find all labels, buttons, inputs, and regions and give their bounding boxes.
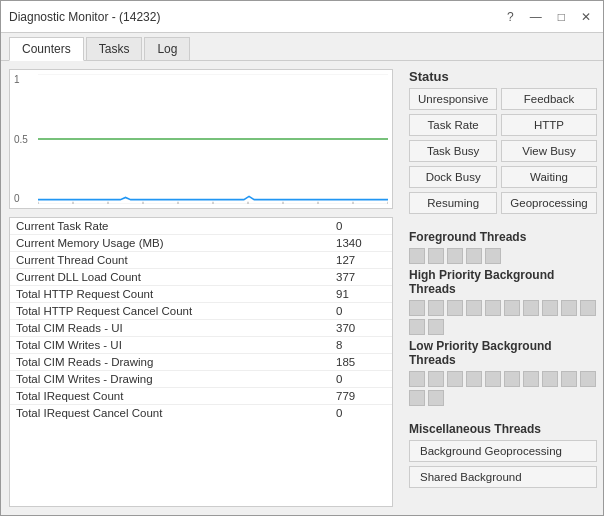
status-button[interactable]: Task Rate (409, 114, 497, 136)
thread-block (428, 371, 444, 387)
main-window: Diagnostic Monitor - (14232) ? — □ ✕ Cou… (0, 0, 604, 516)
thread-block (523, 371, 539, 387)
thread-block (447, 371, 463, 387)
status-buttons-grid: UnresponsiveFeedbackTask RateHTTPTask Bu… (409, 88, 597, 214)
right-panel: Status UnresponsiveFeedbackTask RateHTTP… (401, 61, 603, 515)
left-panel: 1 0.5 0 (1, 61, 401, 515)
table-row: Current Memory Usage (MB)1340 (10, 235, 392, 252)
data-table: Current Task Rate0Current Memory Usage (… (9, 217, 393, 507)
table-row: Total CIM Reads - UI370 (10, 320, 392, 337)
status-button[interactable]: Dock Busy (409, 166, 497, 188)
window-controls: ? — □ ✕ (503, 10, 595, 24)
row-label: Total IRequest Count (16, 390, 336, 402)
thread-block (428, 319, 444, 335)
table-row: Current DLL Load Count377 (10, 269, 392, 286)
row-value: 0 (336, 220, 386, 232)
table-row: Total HTTP Request Count91 (10, 286, 392, 303)
tab-log[interactable]: Log (144, 37, 190, 60)
thread-block (447, 248, 463, 264)
table-row: Current Task Rate0 (10, 218, 392, 235)
table-row: Total CIM Writes - Drawing0 (10, 371, 392, 388)
row-value: 370 (336, 322, 386, 334)
row-value: 779 (336, 390, 386, 402)
row-label: Total CIM Writes - Drawing (16, 373, 336, 385)
tab-bar: Counters Tasks Log (1, 33, 603, 61)
thread-section-label: Low Priority Background Threads (409, 339, 597, 367)
table-row: Total CIM Reads - Drawing185 (10, 354, 392, 371)
thread-block (580, 300, 596, 316)
close-button[interactable]: ✕ (577, 10, 595, 24)
y-label-0: 0 (14, 193, 34, 204)
thread-block (542, 371, 558, 387)
table-row: Total HTTP Request Cancel Count0 (10, 303, 392, 320)
misc-label: Miscellaneous Threads (409, 422, 597, 436)
status-button[interactable]: Unresponsive (409, 88, 497, 110)
help-button[interactable]: ? (503, 10, 518, 24)
threads-section: Foreground ThreadsHigh Priority Backgrou… (409, 226, 597, 410)
row-label: Total CIM Writes - UI (16, 339, 336, 351)
misc-buttons: Background GeoprocessingShared Backgroun… (409, 440, 597, 492)
row-label: Total CIM Reads - Drawing (16, 356, 336, 368)
tab-tasks[interactable]: Tasks (86, 37, 143, 60)
thread-block (580, 371, 596, 387)
thread-block (504, 371, 520, 387)
thread-block (561, 300, 577, 316)
table-row: Current Thread Count127 (10, 252, 392, 269)
thread-block (561, 371, 577, 387)
row-value: 8 (336, 339, 386, 351)
table-row: Total IRequest Count779 (10, 388, 392, 405)
y-label-05: 0.5 (14, 134, 34, 145)
status-button[interactable]: Waiting (501, 166, 596, 188)
main-content: 1 0.5 0 (1, 61, 603, 515)
thread-blocks (409, 300, 597, 335)
thread-group: Foreground Threads (409, 230, 597, 264)
thread-block (523, 300, 539, 316)
table-row: Total CIM Writes - UI8 (10, 337, 392, 354)
row-label: Total HTTP Request Cancel Count (16, 305, 336, 317)
row-value: 377 (336, 271, 386, 283)
thread-block (428, 300, 444, 316)
row-label: Current Thread Count (16, 254, 336, 266)
status-button[interactable]: View Busy (501, 140, 596, 162)
status-button[interactable]: Geoprocessing (501, 192, 596, 214)
row-value: 0 (336, 305, 386, 317)
y-label-1: 1 (14, 74, 34, 85)
thread-block (542, 300, 558, 316)
thread-block (485, 371, 501, 387)
maximize-button[interactable]: □ (554, 10, 569, 24)
thread-block (409, 371, 425, 387)
row-value: 91 (336, 288, 386, 300)
status-section: Status UnresponsiveFeedbackTask RateHTTP… (409, 69, 597, 218)
row-value: 127 (336, 254, 386, 266)
thread-block (447, 300, 463, 316)
tab-counters[interactable]: Counters (9, 37, 84, 61)
thread-block (409, 300, 425, 316)
misc-button[interactable]: Background Geoprocessing (409, 440, 597, 462)
thread-block (504, 300, 520, 316)
thread-block (466, 248, 482, 264)
thread-block (466, 300, 482, 316)
row-label: Current Memory Usage (MB) (16, 237, 336, 249)
status-button[interactable]: HTTP (501, 114, 596, 136)
table-row: Total IRequest Cancel Count0 (10, 405, 392, 421)
chart-canvas (38, 74, 388, 204)
status-button[interactable]: Task Busy (409, 140, 497, 162)
thread-group: High Priority Background Threads (409, 268, 597, 335)
thread-group: Low Priority Background Threads (409, 339, 597, 406)
thread-block (409, 248, 425, 264)
row-label: Total CIM Reads - UI (16, 322, 336, 334)
status-button[interactable]: Resuming (409, 192, 497, 214)
thread-block (485, 248, 501, 264)
chart-y-axis: 1 0.5 0 (14, 74, 34, 204)
thread-blocks (409, 371, 597, 406)
thread-block (466, 371, 482, 387)
status-button[interactable]: Feedback (501, 88, 596, 110)
thread-block (409, 390, 425, 406)
minimize-button[interactable]: — (526, 10, 546, 24)
misc-button[interactable]: Shared Background (409, 466, 597, 488)
thread-block (409, 319, 425, 335)
row-label: Current Task Rate (16, 220, 336, 232)
row-value: 185 (336, 356, 386, 368)
row-value: 0 (336, 373, 386, 385)
thread-blocks (409, 248, 597, 264)
